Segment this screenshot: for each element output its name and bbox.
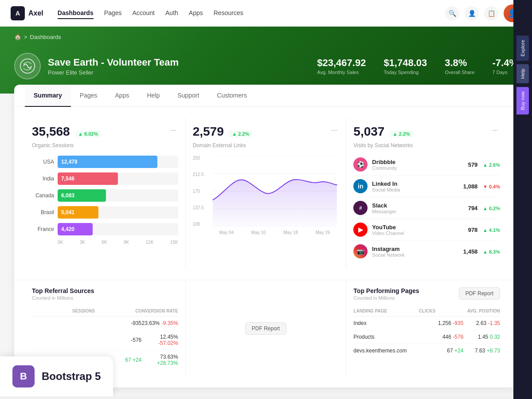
referral-row0-convrate: 23.63% -9.35% [141, 320, 178, 326]
logo[interactable]: A Axel [11, 6, 43, 20]
stat-monthly-sales-label: Avg. Monthly Sales [317, 70, 366, 75]
y-100: 100 [193, 222, 207, 227]
referral-sub: Counted in Millions [32, 295, 178, 301]
slack-sub: Messanger [372, 209, 396, 214]
widget-domain-title: 2,579 ▲ 2.2% [193, 125, 252, 139]
instagram-change: ▲ 8.3% [483, 249, 500, 254]
bar-country-brasil: Brasil [32, 209, 54, 215]
social-visits-badge: ▲ 2.2% [390, 130, 413, 137]
social-row-slack: # Slack Messanger 794 ▲ 0.2% [353, 197, 500, 219]
social-row-instagram: 📷 Instagram Social Network 1,458 ▲ 8.3% [353, 241, 500, 262]
perf-row1-pos: 1.45 0.32 [463, 334, 500, 340]
slack-name: Slack [372, 202, 396, 209]
bar-row-france: France 4,420 [32, 223, 178, 235]
stat-overall-share-value: 3.8% [445, 57, 474, 69]
linkedin-value: 1,088 ▼ 0.4% [463, 183, 500, 190]
search-button[interactable]: 🔍 [445, 6, 459, 20]
referral-row0-sessions: -935 [105, 320, 141, 326]
slack-info: Slack Messanger [372, 202, 396, 214]
tab-help[interactable]: Help [138, 85, 168, 107]
nav-links: Dashboards Pages Account Auth Apps Resou… [58, 8, 445, 19]
y-175: 175 [193, 189, 207, 194]
nav-dashboards[interactable]: Dashboards [58, 8, 94, 19]
tab-summary[interactable]: Summary [25, 85, 71, 107]
dribbble-info: Dribbble Community [372, 159, 397, 171]
widget-organic-sessions: 35,568 ▲ 8.02% ··· Organic Sessions USA … [25, 117, 186, 269]
social-list: ⚽ Dribbble Community 579 ▲ 2.6% in [353, 154, 500, 262]
help-side-button[interactable]: Help [516, 64, 529, 83]
youtube-sub: Video Channel [372, 231, 404, 236]
chart-y-axis: 250 212.5 175 137.5 100 [193, 156, 207, 227]
organic-sessions-label: Organic Sessions [32, 142, 178, 149]
settings-button[interactable]: 📋 [484, 6, 498, 20]
linkedin-icon: in [353, 179, 368, 193]
notifications-button[interactable]: 👤 [465, 6, 479, 20]
nav-pages[interactable]: Pages [104, 8, 122, 19]
explore-button[interactable]: Explore [516, 35, 529, 61]
axis-15k: 15K [170, 240, 178, 245]
tab-apps[interactable]: Apps [106, 85, 138, 107]
instagram-info: Instagram Social Network [372, 246, 404, 258]
instagram-icon: 📷 [353, 244, 368, 258]
instagram-sub: Social Network [372, 252, 404, 258]
tab-customers[interactable]: Customers [208, 85, 256, 107]
y-250: 250 [193, 156, 207, 160]
perf-row0-page: Index [353, 320, 426, 326]
bar-country-france: France [32, 226, 54, 232]
referral-row1-sessions: -576 [105, 337, 141, 343]
perf-row2-pos: 7.63 +8.73 [463, 348, 500, 354]
breadcrumb: 🏠 > Dashboards [0, 27, 532, 46]
team-name: Save Earth - Volunteer Team [48, 57, 179, 68]
perf-row-1: Products 446 -576 1.45 0.32 [353, 330, 500, 344]
organic-sessions-badge: ▲ 8.02% [75, 130, 101, 137]
chart-area [211, 156, 339, 228]
bar-chart: USA 12,478 India 7,546 Canad [32, 156, 178, 245]
domain-links-label: Domain External Links [193, 142, 339, 149]
tab-support[interactable]: Support [168, 85, 208, 107]
logo-text: Axel [28, 9, 43, 17]
pdf-report-button-2[interactable]: PDF Report [459, 287, 500, 300]
widget-social-networks: 5,037 ▲ 2.2% ··· Visits by Social Networ… [346, 117, 507, 269]
perf-row0-pos: 2.63 -1.35 [463, 320, 500, 326]
nav-apps[interactable]: Apps [189, 8, 203, 19]
bar-row-canada: Canada 6,083 [32, 189, 178, 202]
nav-auth[interactable]: Auth [165, 8, 178, 19]
youtube-name: YouTube [372, 224, 404, 231]
perf-row-0: Index 1,256 -935 2.63 -1.35 [353, 317, 500, 330]
youtube-icon: ▶ [353, 223, 368, 237]
organic-more-button[interactable]: ··· [168, 125, 178, 136]
social-more-button[interactable]: ··· [491, 125, 500, 136]
perf-row0-clicks: 1,256 -935 [427, 320, 464, 326]
top-navigation: A Axel Dashboards Pages Account Auth App… [0, 0, 532, 27]
breadcrumb-home[interactable]: 🏠 [14, 34, 21, 40]
perf-row1-page: Products [353, 334, 426, 340]
bar-axis: 0K 3K 6K 9K 12K 15K [32, 240, 178, 245]
line-chart-svg [211, 156, 339, 227]
domain-more-button[interactable]: ··· [329, 125, 339, 136]
linkedin-name: Linked In [372, 180, 400, 187]
referral-col-conv: CONVERSION RATE [135, 309, 178, 313]
tab-pages[interactable]: Pages [71, 85, 106, 107]
dribbble-sub: Community [372, 165, 397, 171]
pdf-report-button-1[interactable]: PDF Report [245, 322, 286, 335]
referral-row-0: -935 23.63% -9.35% [32, 317, 178, 330]
y-2125: 212.5 [193, 172, 207, 177]
referral-title: Top Referral Sources [32, 287, 178, 294]
dashboard-grid: 35,568 ▲ 8.02% ··· Organic Sessions USA … [14, 107, 518, 280]
widget-social-header: 5,037 ▲ 2.2% ··· [353, 125, 500, 139]
buy-now-button[interactable]: Buy now [516, 87, 529, 114]
youtube-info: YouTube Video Channel [372, 224, 404, 236]
nav-account[interactable]: Account [132, 8, 155, 19]
x-may04: May 04 [219, 230, 234, 235]
referral-table-header: SESSIONS CONVERSION RATE [32, 306, 178, 317]
hero-section: 🏠 > Dashboards Save Earth - Volunteer Te… [0, 27, 532, 94]
nav-resources[interactable]: Resources [214, 8, 243, 19]
x-may26: May 26 [316, 230, 330, 235]
social-visits-label: Visits by Social Networks [353, 142, 500, 149]
performing-table-header: LANDING PAGE CLICKS AVG. POSITION [353, 306, 500, 317]
logo-icon: A [11, 6, 25, 20]
instagram-name: Instagram [372, 246, 404, 252]
hero-logo [14, 53, 41, 79]
perf-col-pos: AVG. POSITION [467, 309, 500, 313]
performing-sub: Counted in Millions [353, 295, 419, 301]
